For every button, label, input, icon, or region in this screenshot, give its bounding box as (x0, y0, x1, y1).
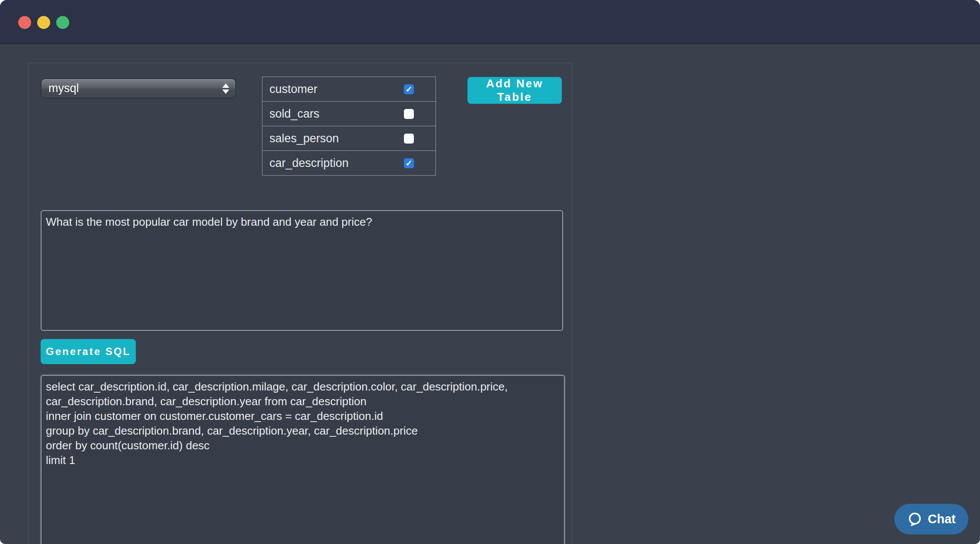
table-checkbox[interactable] (404, 158, 414, 168)
chevron-down-icon (222, 90, 229, 94)
question-input[interactable]: What is the most popular car model by br… (41, 210, 563, 331)
speech-bubble-icon (907, 512, 922, 527)
window-titlebar (0, 0, 980, 44)
table-checkbox[interactable] (404, 134, 414, 144)
generate-sql-button[interactable]: Generate SQL (41, 339, 136, 364)
minimize-window-button[interactable] (37, 16, 50, 29)
chat-button-label: Chat (928, 512, 955, 526)
table-name: car_description (269, 157, 349, 170)
maximize-window-button[interactable] (56, 16, 69, 29)
table-row-sales-person: sales_person (263, 126, 436, 151)
chevron-up-icon (222, 83, 229, 88)
chat-button[interactable]: Chat (894, 504, 968, 534)
table-checkbox[interactable] (404, 109, 414, 119)
table-row-customer: customer (263, 77, 436, 102)
select-stepper-icon (222, 83, 229, 94)
screenshot-stage: mysql customer sold_cars sales_person ca… (0, 0, 980, 544)
database-select-value: mysql (48, 82, 222, 95)
add-new-table-button[interactable]: Add New Table (468, 77, 562, 104)
sql-output[interactable]: select car_description.id, car_descripti… (41, 375, 565, 544)
table-name: customer (269, 83, 317, 96)
app-window: mysql customer sold_cars sales_person ca… (0, 0, 980, 544)
tables-list: customer sold_cars sales_person car_desc… (262, 77, 436, 176)
table-row-car-description: car_description (263, 151, 436, 176)
database-select[interactable]: mysql (41, 78, 236, 99)
table-name: sold_cars (269, 107, 320, 121)
table-row-sold-cars: sold_cars (263, 102, 436, 126)
table-name: sales_person (269, 132, 339, 145)
table-checkbox[interactable] (404, 84, 414, 94)
close-window-button[interactable] (18, 16, 31, 29)
